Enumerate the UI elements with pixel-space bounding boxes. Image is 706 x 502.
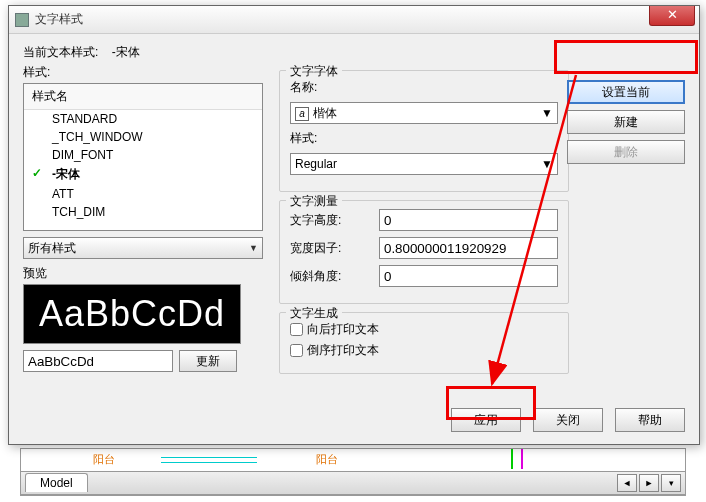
chevron-down-icon: ▼ — [541, 106, 553, 120]
checkbox[interactable] — [290, 344, 303, 357]
list-item[interactable]: TCH_DIM — [24, 203, 262, 221]
list-item[interactable]: ATT — [24, 185, 262, 203]
style-filter-combo[interactable]: 所有样式 ▼ — [23, 237, 263, 259]
checkbox-label: 倒序打印文本 — [307, 342, 379, 359]
close-dialog-button[interactable]: 关闭 — [533, 408, 603, 432]
current-style-value: -宋体 — [112, 45, 140, 59]
oblique-input[interactable] — [379, 265, 558, 287]
styles-label: 样式: — [23, 64, 263, 81]
group-title: 文字字体 — [286, 63, 342, 80]
tab-next-button[interactable]: ► — [639, 474, 659, 492]
list-item[interactable]: DIM_FONT — [24, 146, 262, 164]
font-name-label: 名称: — [290, 79, 352, 96]
height-input[interactable] — [379, 209, 558, 231]
model-tab-strip: Model ◄ ► ▾ — [20, 471, 686, 495]
font-group: 文字字体 名称: a楷体 ▼ 样式: Regular ▼ — [279, 70, 569, 192]
chevron-down-icon: ▼ — [541, 157, 553, 171]
app-icon — [15, 13, 29, 27]
tab-menu-button[interactable]: ▾ — [661, 474, 681, 492]
group-title: 文字测量 — [286, 193, 342, 210]
current-style-label: 当前文本样式: — [23, 45, 98, 59]
preview-input[interactable] — [23, 350, 173, 372]
update-button[interactable]: 更新 — [179, 350, 237, 372]
font-type-icon: a — [295, 107, 309, 121]
font-style-label: 样式: — [290, 130, 352, 147]
close-button[interactable]: ✕ — [649, 6, 695, 26]
backwards-checkbox[interactable]: 向后打印文本 — [290, 321, 558, 338]
width-input[interactable] — [379, 237, 558, 259]
group-title: 文字生成 — [286, 305, 342, 322]
preview-label: 预览 — [23, 265, 263, 282]
tab-prev-button[interactable]: ◄ — [617, 474, 637, 492]
model-tab[interactable]: Model — [25, 473, 88, 492]
delete-button[interactable]: 删除 — [567, 140, 685, 164]
combo-value: 所有样式 — [28, 240, 76, 257]
text-style-dialog: 文字样式 ✕ 当前文本样式: -宋体 样式: 样式名 STANDARD _TCH… — [8, 5, 700, 445]
drawing-label: 阳台 — [316, 452, 338, 467]
font-name-combo[interactable]: a楷体 ▼ — [290, 102, 558, 124]
oblique-label: 倾斜角度: — [290, 268, 379, 285]
drawing-label: 阳台 — [93, 452, 115, 467]
width-label: 宽度因子: — [290, 240, 379, 257]
upsidedown-checkbox[interactable]: 倒序打印文本 — [290, 342, 558, 359]
checkbox-label: 向后打印文本 — [307, 321, 379, 338]
titlebar: 文字样式 ✕ — [9, 6, 699, 34]
apply-button[interactable]: 应用 — [451, 408, 521, 432]
style-listbox[interactable]: 样式名 STANDARD _TCH_WINDOW DIM_FONT -宋体 AT… — [23, 83, 263, 231]
measure-group: 文字测量 文字高度: 宽度因子: 倾斜角度: — [279, 200, 569, 304]
font-style-combo[interactable]: Regular ▼ — [290, 153, 558, 175]
list-header[interactable]: 样式名 — [24, 84, 262, 110]
preview-box: AaBbCcDd — [23, 284, 241, 344]
font-name-value: 楷体 — [313, 106, 337, 120]
list-item[interactable]: STANDARD — [24, 110, 262, 128]
new-button[interactable]: 新建 — [567, 110, 685, 134]
current-style: 当前文本样式: -宋体 — [23, 44, 685, 61]
generate-group: 文字生成 向后打印文本 倒序打印文本 — [279, 312, 569, 374]
font-style-value: Regular — [295, 157, 337, 171]
list-item[interactable]: -宋体 — [24, 164, 262, 185]
height-label: 文字高度: — [290, 212, 379, 229]
list-item[interactable]: _TCH_WINDOW — [24, 128, 262, 146]
checkbox[interactable] — [290, 323, 303, 336]
set-current-button[interactable]: 设置当前 — [567, 80, 685, 104]
dialog-title: 文字样式 — [35, 11, 83, 28]
help-button[interactable]: 帮助 — [615, 408, 685, 432]
chevron-down-icon: ▼ — [249, 243, 258, 253]
